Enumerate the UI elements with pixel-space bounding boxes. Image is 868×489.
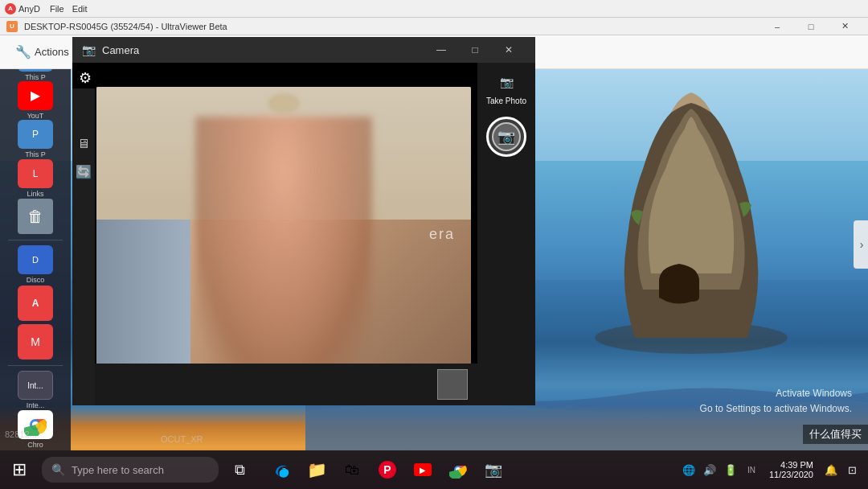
youtube-icon: ▶: [414, 463, 432, 476]
taskbar-store-button[interactable]: 🛍: [334, 452, 370, 487]
sidebar-label-1: This P: [25, 73, 46, 80]
sidebar-item-8[interactable]: Int... Inte...: [6, 371, 64, 408]
camera-taskbar-icon: 📷: [485, 461, 502, 479]
pinterest-icon: P: [379, 461, 396, 479]
tray-date: 11/23/2020: [769, 470, 813, 479]
ultraviewer-title: DESKTOP-RS0045G (35524/54) - UltraViewer…: [24, 22, 227, 31]
taskbar: ⊞ 🔍 Type here to search ⧉ 📁 🛍 P: [0, 450, 868, 489]
start-button[interactable]: ⊞: [0, 450, 39, 489]
camera-window: 📷 Camera — □ ✕ ⚙ ∧ 🖥 🔄 era: [72, 37, 535, 405]
chrome-icon: [449, 461, 467, 479]
sidebar-label-4: Links: [27, 190, 43, 196]
sidebar-label-3: This P: [25, 150, 46, 157]
start-icon: ⊞: [12, 459, 27, 480]
sidebar-icon-5: D: [18, 245, 53, 274]
camera-titlebar: 📷 Camera — □ ✕: [72, 37, 535, 63]
camera-bottom-strip: [95, 364, 477, 405]
sidebar-item-3[interactable]: P This P: [6, 120, 64, 157]
take-photo-panel: 📷 Take Photo 📷: [477, 63, 535, 405]
camera-settings-icon[interactable]: ⚙: [79, 69, 92, 87]
take-photo-button[interactable]: 📷: [486, 117, 526, 157]
system-tray: 🌐 🔊 🔋 IN 4:39 PM 11/23/2020 🔔 ⊡: [679, 460, 868, 479]
store-icon: 🛍: [345, 462, 359, 479]
anydesk-menu-file[interactable]: File: [50, 4, 64, 14]
camera-rotate-icon[interactable]: 🔄: [76, 164, 92, 179]
take-photo-camera-icon: 📷: [500, 76, 514, 88]
sidebar-label-5: Disco: [27, 276, 45, 282]
person-silhouette: [195, 117, 372, 381]
ultraviewer-logo-icon: U: [6, 21, 18, 32]
activate-windows-text: Activate Windows Go to Settings to activ…: [700, 386, 852, 417]
anydesk-logo-icon: A: [5, 3, 16, 14]
sidebar-icon-3: P: [18, 120, 53, 149]
take-photo-label: Take Photo: [486, 97, 526, 105]
ultraviewer-close-button[interactable]: ✕: [828, 18, 862, 35]
camera-title-text: Camera: [102, 44, 139, 56]
sidebar-item-4[interactable]: L Links: [6, 159, 64, 196]
sidebar-item-2[interactable]: ▶ YouT: [6, 81, 64, 118]
taskbar-explorer-button[interactable]: 📁: [299, 452, 334, 487]
sidebar-label-8: Inte...: [27, 401, 45, 408]
sidebar-item-6[interactable]: A: [6, 285, 64, 322]
camera-viewport: ⚙ ∧ 🖥 🔄 era 📷 Take Photo 📷: [72, 63, 535, 405]
camera-maximize-button[interactable]: □: [458, 37, 492, 63]
connection-id-right: OCUT_XR: [161, 434, 203, 444]
actions-label: Actions: [35, 46, 69, 58]
sidebar-label-2: YouT: [27, 112, 44, 118]
explorer-icon: 📁: [307, 460, 327, 479]
camera-text-overlay: era: [429, 226, 455, 243]
camera-close-button[interactable]: ✕: [492, 37, 526, 63]
rock-formation: [538, 64, 844, 370]
collapse-panel-button[interactable]: ›: [854, 220, 868, 269]
tray-battery-icon[interactable]: 🔋: [721, 460, 740, 479]
chandelier-hint: [268, 93, 300, 113]
taskbar-camera-button[interactable]: 📷: [476, 452, 511, 487]
sidebar-icon-4: L: [18, 159, 53, 188]
camera-switch-icon[interactable]: 🖥: [77, 137, 90, 151]
sidebar-icon-acrobat: A: [18, 286, 53, 321]
sidebar-divider: [8, 240, 63, 240]
tray-notification-icon[interactable]: 🔔: [821, 460, 841, 479]
ultraviewer-minimize-button[interactable]: –: [760, 18, 794, 35]
actions-icon: 🔧: [15, 44, 31, 60]
ultraviewer-maximize-button[interactable]: □: [794, 18, 828, 35]
chinese-watermark: 什么值得买: [803, 425, 868, 444]
sidebar-label-chrome: Chro: [27, 441, 43, 447]
sidebar-item-7[interactable]: M: [6, 323, 64, 360]
tray-network-icon[interactable]: 🌐: [679, 460, 698, 479]
camera-title-icon: 📷: [82, 43, 96, 56]
tray-datetime[interactable]: 4:39 PM 11/23/2020: [763, 460, 820, 479]
taskbar-edge-button[interactable]: [264, 452, 299, 487]
search-icon: 🔍: [51, 463, 65, 476]
ultraviewer-window-controls: – □ ✕: [760, 18, 862, 35]
anydesk-text: AnyD: [18, 4, 40, 14]
anydesk-logo: A AnyD: [5, 3, 40, 14]
sidebar-icon-gmail: M: [18, 324, 53, 360]
task-view-icon: ⧉: [235, 462, 245, 479]
sidebar-icon-2: ▶: [18, 81, 53, 110]
edge-icon: [272, 461, 290, 479]
tray-tablet-mode-icon[interactable]: ⊡: [842, 460, 862, 479]
taskbar-youtube-button[interactable]: ▶: [405, 452, 440, 487]
ultraviewer-titlebar: U DESKTOP-RS0045G (35524/54) - UltraView…: [0, 18, 868, 35]
ultraviewer-logo: U: [6, 21, 18, 32]
taskbar-pinterest-button[interactable]: P: [370, 452, 405, 487]
sidebar-item-recycle[interactable]: 🗑: [6, 198, 64, 235]
sidebar-item-5[interactable]: D Disco: [6, 245, 64, 282]
camera-minimize-button[interactable]: —: [424, 37, 458, 63]
taskbar-apps: 📁 🛍 P ▶ 📷: [264, 452, 511, 487]
taskbar-chrome-button[interactable]: [440, 452, 476, 487]
tray-in-label: IN: [742, 460, 761, 479]
take-photo-inner-circle: 📷: [492, 122, 521, 151]
camera-left-panel: 🖥 🔄: [72, 88, 95, 405]
anydesk-menu-edit[interactable]: Edit: [72, 4, 88, 14]
task-view-button[interactable]: ⧉: [222, 450, 257, 489]
tray-time: 4:39 PM: [780, 460, 813, 470]
connection-id-left: 82812...: [0, 428, 42, 441]
camera-feed: era: [96, 87, 471, 381]
sidebar-icon-8: Int...: [18, 371, 53, 400]
taskbar-search[interactable]: 🔍 Type here to search: [42, 457, 219, 483]
anydesk-titlebar: A AnyD File Edit: [0, 0, 868, 18]
camera-thumbnail[interactable]: [437, 369, 468, 400]
tray-volume-icon[interactable]: 🔊: [700, 460, 719, 479]
